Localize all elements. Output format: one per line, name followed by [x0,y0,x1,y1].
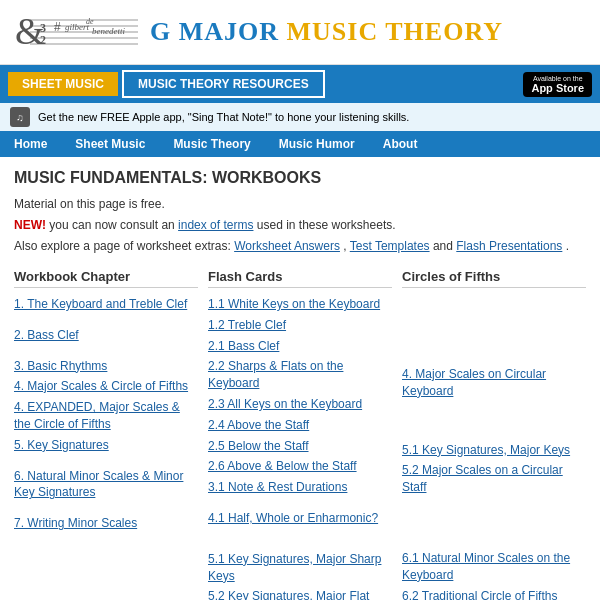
col-flashcards: Flash Cards 1.1 White Keys on the Keyboa… [208,269,392,600]
svg-text:benedetti: benedetti [92,26,125,36]
sheet-music-nav-button[interactable]: SHEET MUSIC [8,72,118,96]
wb-link-4e[interactable]: 4. EXPANDED, Major Scales & the Circle o… [14,399,198,433]
fc-1-1[interactable]: 1.1 White Keys on the Keyboard [208,296,392,313]
wb-link-3[interactable]: 3. Basic Rhythms [14,358,198,375]
fc-3-1[interactable]: 3.1 Note & Rest Durations [208,479,392,496]
wb-link-4[interactable]: 4. Major Scales & Circle of Fifths [14,378,198,395]
new-info: NEW! you can now consult an index of ter… [14,216,586,234]
main-content: MUSIC FUNDAMENTALS: WORKBOOKS Material o… [0,157,600,600]
nav-home[interactable]: Home [0,131,61,157]
appstore-badge[interactable]: Available on the App Store [523,72,592,97]
appstore-available: Available on the [533,75,583,82]
index-link[interactable]: index of terms [178,218,253,232]
fc-2-1[interactable]: 2.1 Bass Clef [208,338,392,355]
col-workbook: Workbook Chapter 1. The Keyboard and Tre… [14,269,198,600]
new-text2: used in these worksheets. [257,218,396,232]
apple-icon: ♫ [10,107,30,127]
fc-5-1[interactable]: 5.1 Key Signatures, Major Sharp Keys [208,551,392,585]
new-text: you can now consult an [49,218,178,232]
svg-text:de: de [86,17,94,26]
nav-buttons-row: SHEET MUSIC MUSIC THEORY RESOURCES Avail… [0,65,600,103]
cof-6-1[interactable]: 6.1 Natural Minor Scales on the Keyboard [402,550,586,584]
logo-staff: & 3 2 # gilbert de benedetti [10,6,140,58]
theory-nav-button[interactable]: MUSIC THEORY RESOURCES [122,70,325,98]
cof-5-2[interactable]: 5.2 Major Scales on a Circular Staff [402,462,586,496]
also-info: Also explore a page of worksheet extras:… [14,237,586,255]
site-title-blue: G MAJOR [150,17,279,46]
nav-music-theory[interactable]: Music Theory [159,131,264,157]
site-title: G MAJOR MUSIC THEORY [150,17,503,47]
svg-text:#: # [54,20,61,34]
three-columns: Workbook Chapter 1. The Keyboard and Tre… [14,269,586,600]
wb-link-1[interactable]: 1. The Keyboard and Treble Clef [14,296,198,313]
svg-text:2: 2 [40,33,46,47]
new-label: NEW! [14,218,46,232]
cof-4[interactable]: 4. Major Scales on Circular Keyboard [402,366,586,400]
nav-sheet-music[interactable]: Sheet Music [61,131,159,157]
site-title-orange: MUSIC THEORY [287,17,503,46]
page-title: MUSIC FUNDAMENTALS: WORKBOOKS [14,169,586,187]
fc-2-4[interactable]: 2.4 Above the Staff [208,417,392,434]
nav-music-humor[interactable]: Music Humor [265,131,369,157]
col3-header: Circles of Fifths [402,269,586,288]
wb-link-6[interactable]: 6. Natural Minor Scales & Minor Key Sign… [14,468,198,502]
fc-2-6[interactable]: 2.6 Above & Below the Staff [208,458,392,475]
wb-link-7[interactable]: 7. Writing Minor Scales [14,515,198,532]
fc-2-5[interactable]: 2.5 Below the Staff [208,438,392,455]
extras-text3: and [433,239,456,253]
wb-link-2[interactable]: 2. Bass Clef [14,327,198,344]
main-nav: Home Sheet Music Music Theory Music Humo… [0,131,600,157]
extras-period: . [566,239,569,253]
nav-about[interactable]: About [369,131,432,157]
apple-promo-row: ♫ Get the new FREE Apple app, "Sing That… [0,103,600,131]
fc-5-2[interactable]: 5.2 Key Signatures, Major Flat Keys [208,588,392,600]
free-text: Material on this page is free. [14,195,586,213]
staff-svg: & 3 2 # gilbert de benedetti [10,6,140,58]
fc-2-3[interactable]: 2.3 All Keys on the Keyboard [208,396,392,413]
cof-6-2[interactable]: 6.2 Traditional Circle of Fifths [402,588,586,600]
cof-5-1[interactable]: 5.1 Key Signatures, Major Keys [402,442,586,459]
extras-link3[interactable]: Flash Presentations [456,239,562,253]
extras-link2[interactable]: Test Templates [350,239,430,253]
fc-4-1[interactable]: 4.1 Half, Whole or Enharmonic? [208,510,392,527]
fc-2-2[interactable]: 2.2 Sharps & Flats on the Keyboard [208,358,392,392]
col-circles: Circles of Fifths 4. Major Scales on Cir… [402,269,586,600]
fc-1-2[interactable]: 1.2 Treble Clef [208,317,392,334]
extras-link1[interactable]: Worksheet Answers [234,239,340,253]
site-header: & 3 2 # gilbert de benedetti G MAJOR MUS… [0,0,600,65]
col2-header: Flash Cards [208,269,392,288]
also-text: Also explore a page of worksheet extras: [14,239,234,253]
col1-header: Workbook Chapter [14,269,198,288]
apple-promo-text: Get the new FREE Apple app, "Sing That N… [38,111,409,123]
wb-link-5[interactable]: 5. Key Signatures [14,437,198,454]
appstore-label: App Store [531,82,584,94]
